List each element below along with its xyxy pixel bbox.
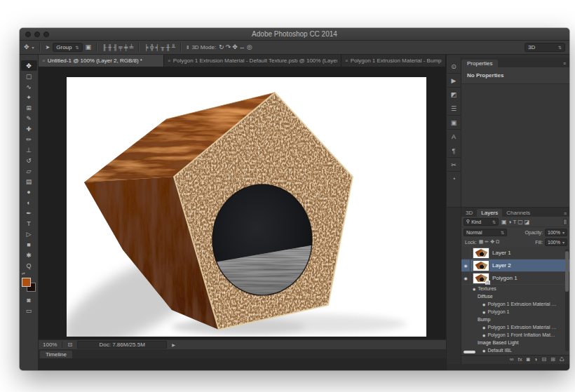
styles-panel-icon[interactable]: ☰: [447, 102, 461, 116]
3d-scale-icon[interactable]: ◎: [247, 44, 252, 50]
distribute-left-edges-icon[interactable]: ╥: [161, 45, 165, 50]
tab-close-icon[interactable]: ×: [345, 58, 349, 64]
clone-stamp-tool[interactable]: ⊥: [21, 144, 37, 155]
blend-mode-dropdown[interactable]: Normal ⇅: [464, 229, 507, 236]
tab-3d[interactable]: 3D: [461, 209, 477, 217]
marquee-tool[interactable]: ▢: [21, 71, 37, 81]
layer-filter-kind-dropdown[interactable]: ⚲ Kind ⇅: [464, 218, 499, 226]
opacity-field[interactable]: 100% ▾: [545, 229, 567, 236]
doc-size-indicator[interactable]: Doc: 7.86M/25.5M: [77, 341, 167, 349]
show-transform-controls-icon[interactable]: ▣: [86, 44, 92, 50]
3d-roll-icon[interactable]: ↷: [226, 44, 231, 50]
texture-panel-icon[interactable]: ◔: [447, 172, 461, 186]
lock-image-pixels-icon[interactable]: ✏: [485, 239, 489, 245]
tab-close-icon[interactable]: ×: [168, 58, 171, 64]
layer-tree-item[interactable]: ◉Default IBL: [461, 346, 569, 354]
filter-type-layers-icon[interactable]: T: [513, 219, 516, 225]
visibility-toggle[interactable]: ◉: [461, 272, 471, 284]
eye-icon[interactable]: ◉: [482, 333, 485, 337]
page-icon[interactable]: ⊡: [67, 342, 72, 348]
layer-thumbnail[interactable]: ◳: [473, 273, 489, 283]
zoom-button[interactable]: [43, 32, 49, 37]
3d-slide-icon[interactable]: ↔: [239, 44, 245, 50]
eraser-tool[interactable]: ▱: [21, 165, 37, 176]
new-adjustment-layer-icon[interactable]: ◑: [534, 357, 538, 363]
fill-field[interactable]: 100% ▾: [545, 238, 567, 246]
layer-row[interactable]: ◉◳Polygon 1: [461, 272, 569, 285]
tool-preset-caret-icon[interactable]: ▾: [32, 45, 34, 50]
document-tab[interactable]: ×Polygon 1 Extrusion Material - Bump.psb…: [341, 55, 446, 67]
toolbar-grip[interactable]: ∙∙: [27, 55, 30, 60]
3d-rotate-icon[interactable]: ↻: [219, 44, 224, 50]
layer-tree-item[interactable]: ◉Polygon 1 Front Inflation Mat…: [461, 331, 569, 339]
add-layer-mask-icon[interactable]: ◙: [527, 357, 530, 363]
eye-icon[interactable]: ◉: [482, 302, 485, 306]
tab-channels[interactable]: Channels: [502, 209, 534, 217]
distribute-top-edges-icon[interactable]: ╞: [144, 45, 149, 50]
canvas[interactable]: [67, 77, 426, 337]
adjustments-panel-icon[interactable]: ◩: [447, 88, 461, 102]
zoom-tool[interactable]: Q: [21, 260, 37, 271]
new-group-icon[interactable]: ⊟: [541, 357, 546, 363]
filter-smart-objects-icon[interactable]: ◪: [525, 219, 530, 225]
panel-menu-icon[interactable]: ≡: [563, 61, 569, 67]
align-left-edges-icon[interactable]: ╟: [102, 45, 107, 50]
tab-properties[interactable]: Properties: [461, 60, 498, 67]
layers-list[interactable]: Layer 1◉Layer 2◉◳Polygon 1◉TexturesDiffu…: [461, 247, 569, 355]
eye-icon[interactable]: ◉: [482, 310, 485, 314]
auto-select-icon[interactable]: ➤: [46, 45, 50, 50]
layer-row[interactable]: Layer 1: [461, 247, 569, 259]
lock-transparent-pixels-icon[interactable]: ▦: [479, 239, 484, 245]
zoom-level-field[interactable]: 100%: [43, 342, 57, 348]
type-tool[interactable]: T: [21, 218, 37, 229]
status-menu-arrow-icon[interactable]: ▶: [172, 342, 175, 347]
visibility-toggle[interactable]: ◉: [461, 259, 471, 271]
document-area[interactable]: [39, 67, 446, 339]
close-button[interactable]: [25, 32, 31, 37]
crop-tool[interactable]: ⊞: [21, 102, 37, 113]
paragraph-panel-icon[interactable]: ¶: [447, 144, 461, 158]
quick-selection-tool[interactable]: ✦: [21, 92, 37, 102]
layer-row[interactable]: ◉Layer 2: [461, 259, 569, 272]
dodge-tool[interactable]: ◐: [21, 197, 37, 208]
distribute-vertical-centers-icon[interactable]: ╬: [150, 45, 154, 50]
auto-align-layers-icon[interactable]: ‖: [187, 45, 189, 50]
distribute-right-edges-icon[interactable]: ╨: [171, 45, 175, 50]
quick-mask-button[interactable]: ◙: [21, 295, 37, 305]
character-panel-icon[interactable]: A: [447, 130, 461, 144]
healing-brush-tool[interactable]: ✚: [21, 123, 37, 134]
layer-tree-item[interactable]: Diffuse: [461, 292, 569, 300]
align-bottom-edges-icon[interactable]: ╧: [129, 45, 133, 50]
swap-colors-icon[interactable]: ⇄: [22, 271, 25, 276]
eyedropper-tool[interactable]: ✎: [21, 113, 37, 123]
new-layer-icon[interactable]: ⊞: [550, 357, 555, 363]
align-top-edges-icon[interactable]: ╤: [119, 45, 123, 50]
filter-toggle-switch[interactable]: [563, 219, 567, 225]
scrollbar-thumb[interactable]: [565, 251, 569, 292]
layer-tree-item[interactable]: ◉Polygon 1: [461, 308, 569, 316]
align-right-edges-icon[interactable]: ╢: [113, 45, 117, 50]
horizontal-scrollbar-thumb[interactable]: [464, 351, 475, 353]
layer-tree-item[interactable]: ◉Textures: [461, 285, 569, 292]
workspace-dropdown[interactable]: 3D ⇅: [525, 43, 565, 52]
layer-tree-item[interactable]: ◉Polygon 1 Extrusion Material …: [461, 323, 569, 331]
hand-tool[interactable]: ✱: [21, 250, 37, 260]
layer-effects-icon[interactable]: fx: [518, 357, 522, 363]
actions-panel-icon[interactable]: ▶: [447, 74, 461, 88]
lock-position-icon[interactable]: ✥: [490, 239, 494, 245]
document-tab[interactable]: ×Untitled-1 @ 100% (Layer 2, RGB/8) *: [39, 55, 164, 67]
3d-drag-icon[interactable]: ✥: [232, 44, 238, 50]
blur-tool[interactable]: ●: [21, 187, 37, 197]
gradient-tool[interactable]: ▤: [21, 176, 37, 187]
delete-layer-icon[interactable]: ♺: [560, 357, 564, 363]
clone-source-panel-icon[interactable]: ▣: [447, 116, 461, 130]
eye-icon[interactable]: ◉: [482, 325, 485, 330]
link-layers-icon[interactable]: ∞: [510, 357, 514, 363]
distribute-horizontal-centers-icon[interactable]: ╫: [166, 45, 170, 50]
tab-close-icon[interactable]: ×: [42, 58, 46, 64]
align-horizontal-centers-icon[interactable]: ╫: [108, 45, 112, 50]
filter-pixel-layers-icon[interactable]: ▣: [501, 219, 507, 225]
visibility-toggle[interactable]: [461, 247, 471, 259]
brush-tool[interactable]: ✏: [21, 134, 37, 144]
panel-menu-icon[interactable]: ≡: [564, 211, 569, 217]
